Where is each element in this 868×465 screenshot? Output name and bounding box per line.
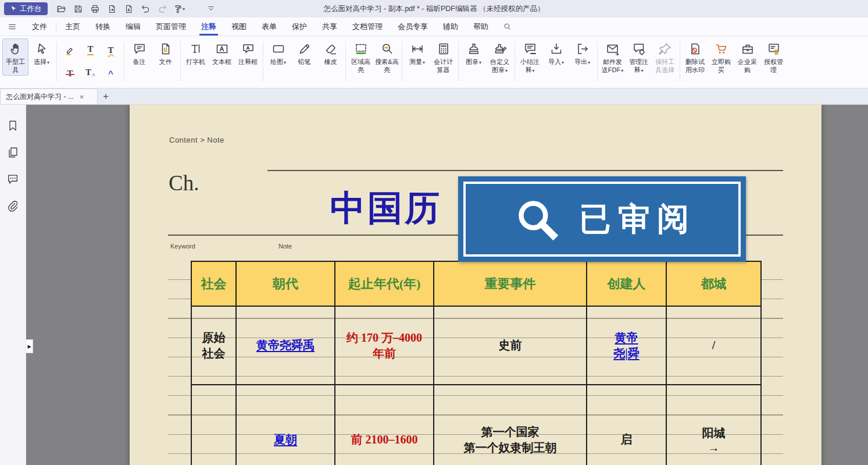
custom-stamp-button[interactable]: 自定义图章▾ <box>487 38 513 76</box>
undo-button[interactable] <box>138 2 153 16</box>
drawing-button[interactable]: 绘图▾ <box>265 38 291 67</box>
pencil-button[interactable]: 铅笔 <box>291 38 317 67</box>
stamp-button[interactable]: 图章▾ <box>460 38 487 67</box>
workbench-button[interactable]: 工作台 <box>4 2 48 15</box>
menu-item-home[interactable]: 主页 <box>58 17 88 36</box>
page-thumbnails-button[interactable] <box>5 144 21 161</box>
manage-comments-icon <box>632 42 646 56</box>
dropdown-caret-icon: ▾ <box>562 60 564 65</box>
select-tool-button[interactable]: 选择▾ <box>28 38 55 67</box>
menubar-items: 文件主页转换编辑页面管理注释视图表单保护共享文档管理会员专享辅助帮助 <box>24 17 496 36</box>
save-button[interactable] <box>70 2 86 16</box>
redo-icon <box>158 4 167 14</box>
note-button[interactable]: 备注 <box>126 38 152 67</box>
toolbar-label: 企业采购 <box>735 58 760 74</box>
buy-now-button[interactable]: 立即购买 <box>708 38 734 76</box>
ribbon-items: 手型工具选择▾TTTT^备注文件打字机文本框注释框绘图▾铅笔橡皮区域高亮搜索&高… <box>2 38 866 85</box>
hamburger-menu-button[interactable] <box>0 17 24 36</box>
squiggly-underline-button[interactable]: T <box>101 38 121 62</box>
attachments-button[interactable] <box>5 198 21 214</box>
underline-button[interactable]: T <box>80 38 101 62</box>
area-highlight-button[interactable]: 区域高亮 <box>348 38 374 76</box>
enterprise-purchase-button[interactable]: 企业采购 <box>734 38 760 76</box>
table-cell: 前 2100–1600 <box>335 385 434 465</box>
textbox-button[interactable]: 文本框 <box>209 38 235 67</box>
license-management-button[interactable]: 授权管理 <box>760 38 787 76</box>
table-text: 原始 <box>202 330 226 346</box>
menu-item-member[interactable]: 会员专享 <box>390 17 435 36</box>
export-comments-button[interactable]: 导出▾ <box>569 38 595 67</box>
export-doc-button[interactable] <box>121 2 137 16</box>
menu-item-form[interactable]: 表单 <box>254 17 284 36</box>
menu-item-page-manage[interactable]: 页面管理 <box>148 17 194 36</box>
table-link[interactable]: 黄帝 <box>615 330 638 346</box>
collapse-toolbar-button[interactable] <box>203 2 219 16</box>
menu-item-view[interactable]: 视图 <box>224 17 254 36</box>
import-comments-button[interactable]: 导入▾ <box>543 38 569 67</box>
document-tab[interactable]: 怎么面对高中学习 - ... × <box>0 88 98 104</box>
menu-item-convert[interactable]: 转换 <box>88 17 118 36</box>
table-link[interactable]: 夏朝 <box>274 432 297 448</box>
open-folder-icon <box>56 4 66 14</box>
menu-item-doc-manage[interactable]: 文档管理 <box>345 17 390 36</box>
window-title: 怎么面对高中学习 - 副本.pdf * - 福昕PDF编辑器 （未经授权的产品） <box>324 4 545 14</box>
reviewed-stamp[interactable]: 已审阅 <box>458 176 746 262</box>
pdf-page: Content > Note Ch. 中国历 Keyword Note 社会朝代… <box>130 105 821 465</box>
print-button[interactable] <box>87 2 103 16</box>
table-header-cell: 创建人 <box>587 261 666 306</box>
comments-panel-button[interactable] <box>5 171 21 187</box>
tab-close-icon[interactable]: × <box>80 93 84 101</box>
attach-file-button[interactable]: 文件 <box>152 38 178 67</box>
table-link[interactable]: 尧|舜 <box>613 346 639 361</box>
typewriter-button[interactable]: 打字机 <box>183 38 209 67</box>
summarize-comments-button[interactable]: 小结注释▾ <box>517 38 543 76</box>
table-header-cell: 起止年代(年) <box>335 261 434 306</box>
menu-item-assist[interactable]: 辅助 <box>435 17 466 36</box>
pencil-icon <box>298 42 312 56</box>
bookmarks-button[interactable] <box>5 118 21 134</box>
menu-item-protect[interactable]: 保护 <box>284 17 315 36</box>
custom-stamp-icon <box>493 42 507 56</box>
table-link[interactable]: 黄帝尧舜禹 <box>256 338 315 353</box>
menu-search-button[interactable] <box>496 17 519 36</box>
bookmarks-icon <box>6 119 19 132</box>
dropdown-caret-icon: ▾ <box>588 60 590 65</box>
toolbar-label: 文件 <box>159 58 172 66</box>
dropdown-caret-icon: ▾ <box>47 60 49 65</box>
hand-tool-button[interactable]: 手型工具 <box>2 38 28 76</box>
menu-item-comment[interactable]: 注释 <box>194 17 224 36</box>
insert-text-button[interactable]: ^ <box>101 62 121 85</box>
remove-trial-watermark-button[interactable]: 删除试用水印 <box>682 38 708 76</box>
measure-button[interactable]: 测量▾ <box>404 38 430 67</box>
strikeout-button[interactable]: T <box>60 62 80 85</box>
callout-button[interactable]: 注释框 <box>235 38 261 67</box>
menu-item-help[interactable]: 帮助 <box>466 17 496 36</box>
table-text: 第一个奴隶制王朝 <box>464 440 557 456</box>
open-folder-button[interactable] <box>53 2 69 16</box>
table-cell: 阳城→ <box>666 385 761 465</box>
measure-icon <box>410 42 424 56</box>
search-highlight-button[interactable]: 搜索&高亮 <box>374 38 400 76</box>
text-markup-group: TTTT^ <box>60 38 121 85</box>
replace-text-button[interactable]: T <box>80 62 101 85</box>
email-fdf-button[interactable]: 邮件发送FDF▾ <box>599 38 626 76</box>
quick-access-toolbar: ▾ <box>53 2 187 16</box>
format-brush-button[interactable]: ▾ <box>172 2 187 16</box>
sidebar-expand-handle[interactable]: ▶ <box>26 339 33 353</box>
manage-comments-button[interactable]: 管理注释▾ <box>626 38 652 76</box>
menu-item-edit[interactable]: 编辑 <box>118 17 148 36</box>
table-row: 夏朝前 2100–1600第一个国家第一个奴隶制王朝启阳城→ <box>191 385 761 465</box>
document-area[interactable]: Content > Note Ch. 中国历 Keyword Note 社会朝代… <box>26 105 868 465</box>
toolbar-label: 自定义图章▾ <box>487 58 512 74</box>
export-icon <box>576 42 590 56</box>
menu-item-share[interactable]: 共享 <box>315 17 345 36</box>
hand-icon <box>9 42 23 56</box>
accounting-calculator-button[interactable]: 会计计算器 <box>430 38 456 76</box>
eraser-button[interactable]: 橡皮 <box>317 38 344 67</box>
convert-doc-button[interactable] <box>104 2 120 16</box>
highlight-button[interactable] <box>60 38 80 62</box>
print-icon <box>90 4 100 14</box>
export-doc-icon <box>124 4 134 14</box>
new-tab-button[interactable]: + <box>98 88 114 104</box>
menu-item-file[interactable]: 文件 <box>24 17 55 36</box>
